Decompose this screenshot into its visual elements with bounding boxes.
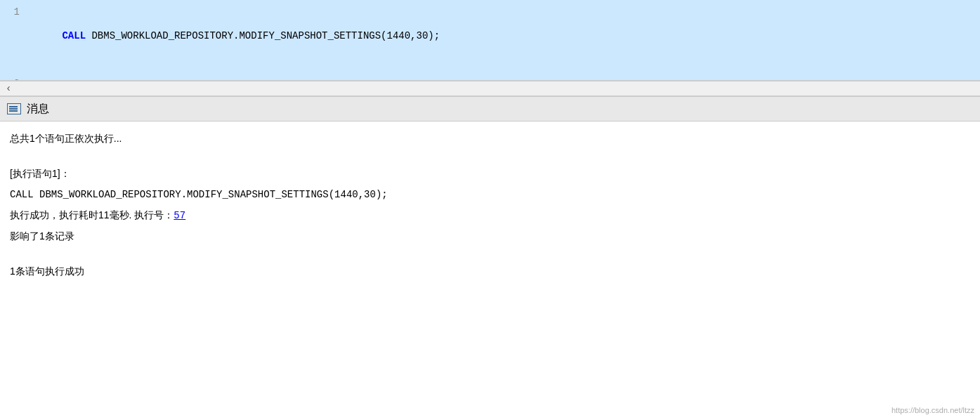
message-line-4: CALL DBMS_WORKLOAD_REPOSITORY.MODIFY_SNA…: [10, 186, 970, 204]
blank-line-2: [10, 249, 970, 263]
messages-content: 总共1个语句正依次执行... [执行语句1]： CALL DBMS_WORKLO…: [0, 122, 980, 420]
scroll-bar[interactable]: ‹: [0, 81, 980, 96]
blank-line-1: [10, 151, 970, 165]
code-editor[interactable]: 1 CALL DBMS_WORKLOAD_REPOSITORY.MODIFY_S…: [0, 0, 980, 81]
message-line-3: [执行语句1]：: [10, 165, 970, 183]
message-line-5: 执行成功，执行耗时11毫秒. 执行号：57: [10, 206, 970, 225]
code-content-1: CALL DBMS_WORKLOAD_REPOSITORY.MODIFY_SNA…: [27, 0, 440, 72]
code-line-1: 1 CALL DBMS_WORKLOAD_REPOSITORY.MODIFY_S…: [0, 0, 980, 72]
message-line-6: 影响了1条记录: [10, 228, 970, 246]
messages-title: 消息: [27, 102, 49, 117]
watermark: https://blog.csdn.net/ltzz: [891, 406, 974, 414]
message-line-8: 1条语句执行成功: [10, 263, 970, 281]
line-number-1: 1: [6, 0, 27, 24]
line-number-2: 2: [6, 72, 27, 81]
messages-icon: [7, 103, 21, 114]
code-line-2: 2: [0, 72, 980, 81]
messages-panel: 消息 总共1个语句正依次执行... [执行语句1]： CALL DBMS_WOR…: [0, 96, 980, 420]
execution-id-link[interactable]: 57: [174, 210, 185, 221]
code-rest-1: DBMS_WORKLOAD_REPOSITORY.MODIFY_SNAPSHOT…: [86, 30, 440, 41]
keyword-call: CALL: [62, 30, 86, 41]
scroll-left-arrow[interactable]: ‹: [6, 83, 11, 94]
messages-header: 消息: [0, 96, 980, 122]
message-line-1: 总共1个语句正依次执行...: [10, 130, 970, 148]
